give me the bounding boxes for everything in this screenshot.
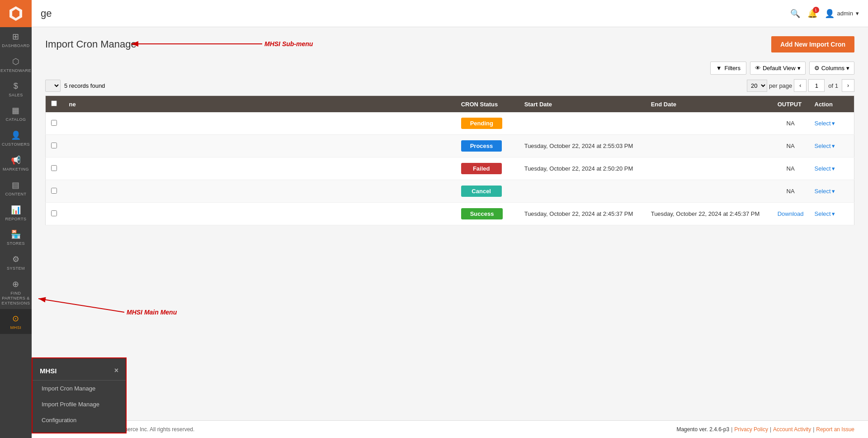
- default-view-button[interactable]: 👁 Default View ▾: [750, 62, 806, 75]
- col-header-name: ne: [64, 96, 456, 113]
- action-chevron-icon: ▾: [832, 143, 835, 149]
- sidebar-item-find-partners[interactable]: ⊕ FIND PARTNERS & EXTENSIONS: [0, 275, 32, 309]
- sidebar-item-dashboard[interactable]: ⊞ DASHBOARD: [0, 27, 32, 52]
- mhsi-submenu: MHSI × Import Cron ManageImport Profile …: [32, 357, 127, 433]
- sidebar-item-label-reports: REPORTS: [5, 217, 27, 222]
- footer-account-activity-link[interactable]: Account Activity: [773, 426, 811, 433]
- mhsi-submenu-title: MHSI: [40, 367, 57, 375]
- footer: Copyright © 2024 Magento Commerce Inc. A…: [32, 420, 868, 438]
- footer-privacy-policy-link[interactable]: Privacy Policy: [734, 426, 768, 433]
- footer-version: Magento ver. 2.4.6-p3: [676, 426, 729, 433]
- row-name-4: [64, 203, 456, 225]
- col-header-output: OUTPUT: [772, 96, 809, 113]
- action-select-1[interactable]: Select ▾: [815, 143, 849, 149]
- col-header-action: Action: [809, 96, 854, 113]
- admin-button[interactable]: 👤 admin ▾: [825, 9, 859, 19]
- page-area: Import Cron Manage Add New Import Cron ▼…: [32, 27, 868, 420]
- columns-button[interactable]: ⚙ Columns ▾: [809, 62, 854, 75]
- status-badge-0: Pending: [461, 118, 502, 129]
- select-all-checkbox[interactable]: [51, 100, 57, 106]
- mhsi-submenu-header: MHSI ×: [33, 363, 126, 381]
- sidebar-item-catalog[interactable]: ▦ CATALOG: [0, 101, 32, 126]
- row-end-date-0: [646, 112, 772, 135]
- action-select-0[interactable]: Select ▾: [815, 120, 849, 127]
- col-header-start-date: Start Date: [519, 96, 646, 113]
- sidebar-logo[interactable]: [0, 0, 32, 27]
- per-page-label: per page: [769, 82, 792, 89]
- sidebar-item-stores[interactable]: 🏪 STORES: [0, 225, 32, 250]
- page-number-input[interactable]: [808, 79, 825, 92]
- search-icon[interactable]: 🔍: [790, 9, 800, 19]
- columns-label: Columns: [821, 65, 844, 71]
- sidebar-item-label-sales: SALES: [9, 93, 23, 98]
- sidebar-item-system[interactable]: ⚙ SYSTEM: [0, 250, 32, 275]
- action-select-2[interactable]: Select ▾: [815, 165, 849, 172]
- next-page-button[interactable]: ›: [842, 79, 854, 92]
- page-title: Import Cron Manage: [45, 38, 137, 50]
- action-select-3[interactable]: Select ▾: [815, 188, 849, 195]
- row-end-date-4: Tuesday, October 22, 2024 at 2:45:37 PM: [646, 203, 772, 225]
- find-partners-icon: ⊕: [12, 279, 19, 289]
- col-header-checkbox: [46, 96, 64, 113]
- sidebar-item-extendware[interactable]: ⬡ EXTENDWARE: [0, 52, 32, 77]
- extendware-icon: ⬡: [12, 57, 20, 67]
- status-badge-1: Process: [461, 140, 502, 152]
- action-chevron-icon: ▾: [832, 165, 835, 172]
- pagination: 20 per page ‹ of 1 ›: [747, 79, 854, 92]
- per-page-select[interactable]: 20: [747, 80, 767, 92]
- footer-right: Magento ver. 2.4.6-p3 | Privacy Policy |…: [676, 426, 854, 433]
- content-icon: ▤: [12, 180, 20, 190]
- status-badge-3: Cancel: [461, 186, 502, 197]
- breadcrumb: ge: [41, 8, 52, 19]
- status-badge-2: Failed: [461, 163, 502, 174]
- row-checkbox-2[interactable]: [51, 165, 57, 171]
- action-chevron-icon: ▾: [832, 120, 835, 127]
- row-end-date-3: [646, 180, 772, 203]
- mhsi-submenu-close[interactable]: ×: [114, 367, 118, 375]
- page-title-row: Import Cron Manage Add New Import Cron: [45, 36, 854, 52]
- sidebar-item-customers[interactable]: 👤 CUSTOMERS: [0, 126, 32, 151]
- notification-button[interactable]: 🔔 1: [807, 9, 817, 19]
- mhsi-submenu-item-import-profile-manage[interactable]: Import Profile Manage: [33, 396, 126, 412]
- row-name-0: [64, 112, 456, 135]
- top-header: ge 🔍 🔔 1 👤 admin ▾: [32, 0, 868, 27]
- row-checkbox-1[interactable]: [51, 143, 57, 148]
- records-count: 5 records found: [64, 82, 105, 89]
- mhsi-submenu-item-import-cron-manage[interactable]: Import Cron Manage: [33, 381, 126, 396]
- add-new-import-cron-button[interactable]: Add New Import Cron: [771, 36, 854, 52]
- sidebar-item-label-mhsi: MHSI: [10, 325, 22, 330]
- sidebar-item-mhsi[interactable]: ⊙ MHSI: [0, 309, 32, 334]
- output-na-0: NA: [787, 120, 795, 127]
- mhsi-submenu-item-configuration[interactable]: Configuration: [33, 412, 126, 428]
- output-na-3: NA: [787, 188, 795, 195]
- footer-report-issue-link[interactable]: Report an Issue: [816, 426, 854, 433]
- table-row: ProcessTuesday, October 22, 2024 at 2:55…: [46, 135, 854, 157]
- eye-icon: 👁: [755, 65, 761, 71]
- table-header-row: ne CRON Status Start Date End Date OUTPU…: [46, 96, 854, 113]
- row-checkbox-4[interactable]: [51, 210, 57, 216]
- mass-action-select[interactable]: [45, 80, 61, 92]
- sidebar-item-marketing[interactable]: 📢 MARKETING: [0, 151, 32, 176]
- download-link-4[interactable]: Download: [778, 210, 804, 217]
- row-checkbox-0[interactable]: [51, 120, 57, 126]
- notification-badge: 1: [813, 7, 819, 13]
- sidebar-item-reports[interactable]: 📊 REPORTS: [0, 200, 32, 225]
- prev-page-button[interactable]: ‹: [794, 79, 807, 92]
- sidebar-item-sales[interactable]: $ SALES: [0, 77, 32, 101]
- table-row: FailedTuesday, October 22, 2024 at 2:50:…: [46, 157, 854, 180]
- table-row: CancelNASelect ▾: [46, 180, 854, 203]
- row-checkbox-3[interactable]: [51, 188, 57, 194]
- col-header-cron-status: CRON Status: [456, 96, 519, 113]
- data-table: ne CRON Status Start Date End Date OUTPU…: [45, 95, 854, 225]
- col-header-end-date: End Date: [646, 96, 772, 113]
- records-row: 5 records found 20 per page ‹ of 1 ›: [45, 79, 854, 92]
- sidebar: ⊞ DASHBOARD ⬡ EXTENDWARE $ SALES ▦ CATAL…: [0, 0, 32, 438]
- row-name-2: [64, 157, 456, 180]
- catalog-icon: ▦: [12, 105, 20, 115]
- sidebar-item-content[interactable]: ▤ CONTENT: [0, 176, 32, 200]
- action-select-4[interactable]: Select ▾: [815, 210, 849, 217]
- mhsi-icon: ⊙: [12, 314, 19, 324]
- filters-button[interactable]: ▼ Filters: [710, 62, 746, 75]
- sidebar-item-label-stores: STORES: [7, 241, 25, 246]
- top-header-left: ge: [41, 8, 52, 19]
